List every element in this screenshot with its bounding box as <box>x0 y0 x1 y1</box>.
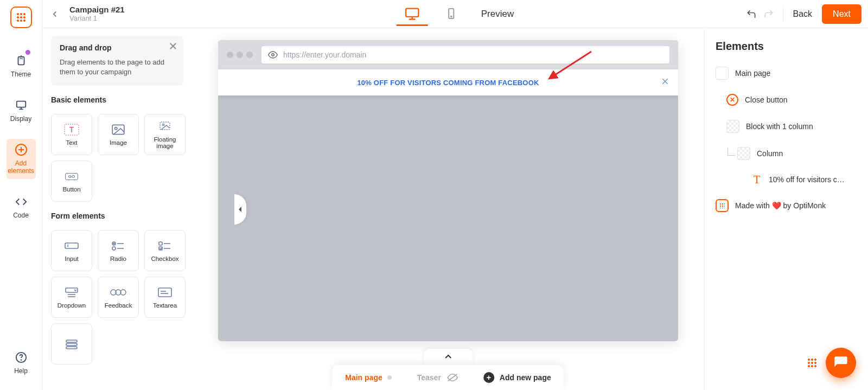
rail-display-label: Display <box>10 115 31 123</box>
rail-add-elements[interactable]: Addelements <box>7 139 36 179</box>
tile-textarea[interactable]: Textarea <box>144 277 186 318</box>
elements-tree-panel: Elements Main page ✕ Close button Block … <box>704 28 868 390</box>
tile-text-label: Text <box>66 139 77 146</box>
tree-block[interactable]: Block with 1 column <box>716 116 857 137</box>
tree-close-button[interactable]: ✕ Close button <box>716 89 857 110</box>
header-right: Back Next <box>746 4 861 24</box>
redo-button[interactable] <box>763 9 774 20</box>
rail-help[interactable]: Help <box>7 347 36 379</box>
rail-display[interactable]: Display <box>7 94 36 127</box>
svg-rect-1 <box>16 101 25 107</box>
help-icon <box>15 351 28 364</box>
tile-radio[interactable]: Radio <box>98 230 139 271</box>
undo-redo-group <box>746 6 783 22</box>
tile-extra[interactable] <box>51 323 92 365</box>
rail-theme[interactable]: Theme <box>7 50 36 82</box>
elements-panel-title: Elements <box>716 40 857 53</box>
back-link[interactable]: Back <box>793 9 813 19</box>
tile-radio-label: Radio <box>110 255 126 262</box>
tile-checkbox-label: Checkbox <box>151 255 178 262</box>
header-title-block: Campaign #21 Variant 1 <box>69 5 125 23</box>
textarea-icon <box>157 286 173 299</box>
window-dots <box>227 52 253 58</box>
svg-point-25 <box>113 243 114 244</box>
variant-label: Variant 1 <box>69 14 125 23</box>
extra-icon <box>63 337 80 350</box>
tile-feedback[interactable]: Feedback <box>98 277 139 318</box>
svg-point-19 <box>115 127 117 130</box>
tile-image[interactable]: Image <box>98 114 139 155</box>
tree-text-node[interactable]: T 10% off for visitors c… <box>716 170 857 189</box>
desktop-device-button[interactable] <box>397 2 428 26</box>
optimonk-icon <box>716 199 729 212</box>
preview-link[interactable]: Preview <box>481 9 514 20</box>
url-input[interactable]: https://enter.your.domain <box>261 46 669 63</box>
tile-dropdown[interactable]: Dropdown <box>51 277 92 318</box>
banner-close-button[interactable] <box>661 77 669 88</box>
tile-checkbox[interactable]: Checkbox <box>144 230 186 271</box>
drag-drop-tip: Drag and drop Drag elements to the page … <box>51 36 183 86</box>
tile-floating-label: Floatingimage <box>154 136 176 149</box>
undo-button[interactable] <box>746 9 757 20</box>
campaign-title: Campaign #21 <box>69 5 125 14</box>
svg-rect-44 <box>66 347 77 349</box>
svg-point-27 <box>112 247 116 250</box>
tile-feedback-label: Feedback <box>105 302 132 309</box>
app-logo[interactable] <box>10 7 32 28</box>
svg-rect-9 <box>406 8 418 16</box>
browser-frame: https://enter.your.domain 10% OFF FOR VI… <box>218 40 678 341</box>
theme-badge-dot <box>25 50 30 55</box>
tile-button-label: Button <box>62 186 80 193</box>
dnd-description: Drag elements to the page to add them to… <box>60 57 175 77</box>
feedback-icon <box>110 286 126 299</box>
svg-point-13 <box>451 16 452 17</box>
svg-rect-29 <box>159 242 162 245</box>
header-back-button[interactable] <box>47 6 63 22</box>
page-teaser[interactable]: Teaser <box>417 373 458 382</box>
svg-text:T: T <box>69 125 74 134</box>
rail-theme-label: Theme <box>11 71 31 78</box>
tile-floating-image[interactable]: Floatingimage <box>144 114 186 155</box>
text-t-icon: T <box>751 174 762 185</box>
drag-handle-icon[interactable] <box>807 358 817 368</box>
tile-button[interactable]: GO Button <box>51 161 92 202</box>
add-page-button[interactable]: + Add new page <box>483 372 551 383</box>
next-button[interactable]: Next <box>822 4 861 24</box>
code-icon <box>15 195 28 208</box>
basic-elements-heading: Basic elements <box>51 95 183 104</box>
tile-textarea-label: Textarea <box>153 302 177 309</box>
rail-code-label: Code <box>13 212 29 219</box>
block-icon <box>726 120 739 133</box>
form-elements-heading: Form elements <box>51 212 183 220</box>
theme-icon <box>15 54 28 67</box>
page-icon <box>716 67 729 80</box>
svg-point-21 <box>162 124 164 125</box>
add-icon <box>15 143 28 156</box>
tile-input[interactable]: Input <box>51 230 92 271</box>
promo-banner[interactable]: 10% OFF FOR VISITORS COMING FROM FACEBOO… <box>218 69 678 95</box>
svg-rect-39 <box>158 288 171 297</box>
logo-dots-icon <box>16 12 26 22</box>
form-elements-grid: Input Radio Checkbox <box>51 230 183 365</box>
basic-elements-grid: T Text Image Floatingimag <box>51 114 183 202</box>
checkbox-icon <box>157 239 173 252</box>
left-rail: Theme Display Addelements Code Help <box>0 0 42 390</box>
svg-rect-43 <box>66 343 77 346</box>
hidden-icon <box>446 373 458 382</box>
floating-actions <box>807 348 856 378</box>
dnd-close-button[interactable] <box>168 41 178 53</box>
page-bar-expand[interactable] <box>424 349 473 365</box>
tree-column[interactable]: Column <box>716 143 857 164</box>
canvas-area: https://enter.your.domain 10% OFF FOR VI… <box>192 28 704 390</box>
eye-icon <box>268 50 278 60</box>
tree-main-page[interactable]: Main page <box>716 62 857 84</box>
page-main[interactable]: Main page <box>345 373 392 382</box>
chat-button[interactable] <box>826 348 856 378</box>
svg-rect-22 <box>65 243 78 248</box>
mobile-device-button[interactable] <box>436 2 467 26</box>
svg-marker-45 <box>239 207 241 212</box>
tile-text[interactable]: T Text <box>51 114 92 155</box>
tree-optimonk-badge[interactable]: Made with ❤️ by OptiMonk <box>716 195 857 216</box>
rail-code[interactable]: Code <box>7 191 36 223</box>
page-bar: Main page Teaser + Add new page <box>332 349 564 390</box>
